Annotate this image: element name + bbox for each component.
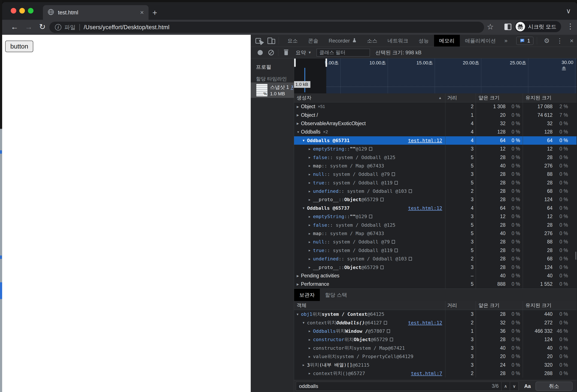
expand-triangle-icon[interactable]: ▶ xyxy=(297,105,301,108)
table-row[interactable]: ▶__proto__ :: Object @657293280 %1240 % xyxy=(294,195,577,204)
range-handle-left[interactable] xyxy=(294,58,296,67)
collapse-triangle-icon[interactable]: ▼ xyxy=(303,139,307,142)
view-select[interactable]: 요약 ▼ xyxy=(296,49,312,56)
expand-triangle-icon[interactable]: ▶ xyxy=(309,266,313,269)
expand-triangle-icon[interactable]: ▶ xyxy=(309,346,313,350)
expand-triangle-icon[interactable]: ▶ xyxy=(309,190,313,193)
tab-application[interactable]: 애플리케이션 xyxy=(460,35,501,47)
expand-triangle-icon[interactable]: ▶ xyxy=(309,147,313,151)
expand-triangle-icon[interactable]: ▶ xyxy=(309,198,313,201)
table-row[interactable]: ▶null :: system / Oddball @793280 %880 % xyxy=(294,238,577,246)
tab-console[interactable]: 콘솔 xyxy=(303,35,324,47)
table-row[interactable]: ▶true :: system / Oddball @1195280 %280 … xyxy=(294,246,577,255)
table-row[interactable]: ▼Oddballs×241280 %1280 % xyxy=(294,128,577,136)
tab-close-icon[interactable]: × xyxy=(140,9,144,16)
expand-triangle-icon[interactable]: ▶ xyxy=(309,164,313,167)
devtools-menu-icon[interactable]: ⋮ xyxy=(553,37,566,44)
back-button[interactable]: ← xyxy=(11,22,18,31)
tab-memory[interactable]: 메모리 xyxy=(434,35,460,47)
range-handle-right[interactable] xyxy=(325,58,327,67)
side-panel-icon[interactable] xyxy=(505,24,511,30)
table-row[interactable]: ▶3 위치 (내부 배열)[] @621153240 %3200 % xyxy=(294,361,577,369)
column-distance[interactable]: 거리 xyxy=(445,301,476,310)
close-window-button[interactable] xyxy=(11,8,16,13)
expand-triangle-icon[interactable]: ▶ xyxy=(309,215,313,218)
table-row[interactable]: ▶Oddballs 위치 Window / @578071360 %466 33… xyxy=(294,327,577,335)
tab-recorder[interactable]: Recorder xyxy=(324,35,362,47)
site-info-icon[interactable]: i xyxy=(55,24,61,31)
table-row[interactable]: ▶null :: system / Oddball @793280 %880 % xyxy=(294,170,577,178)
tab-performance[interactable]: 성능 xyxy=(413,35,434,47)
column-shallow-size[interactable]: 얕은 크기 xyxy=(476,93,523,102)
issues-badge[interactable]: 1 xyxy=(516,37,533,45)
expand-triangle-icon[interactable]: ▶ xyxy=(297,274,301,278)
collapse-triangle-icon[interactable]: ▼ xyxy=(297,130,301,134)
record-heap-icon[interactable] xyxy=(258,50,263,55)
source-link[interactable]: test.html:12 xyxy=(408,320,445,325)
source-link[interactable]: test.html:7 xyxy=(411,371,445,376)
search-previous-icon[interactable]: ∧ xyxy=(501,382,510,391)
more-tabs-icon[interactable]: » xyxy=(501,35,511,47)
table-row[interactable]: ▶value 위치 system / PropertyCell @6412932… xyxy=(294,352,577,361)
snapshot-save-link[interactable]: 저장 xyxy=(291,84,293,90)
snapshot-list-item[interactable]: 스냅샷 1저장 1.0 MB xyxy=(251,82,294,98)
expand-triangle-icon[interactable]: ▶ xyxy=(297,283,301,286)
table-row[interactable]: ▶constructor 위치 system / Map @674213400 … xyxy=(294,344,577,352)
expand-triangle-icon[interactable]: ▶ xyxy=(309,181,313,184)
table-row[interactable]: ▶constructor 위치 Object @657293280 %1240 … xyxy=(294,335,577,344)
table-row[interactable]: ▼Oddballs @65737test.html:124640 %640 % xyxy=(294,204,577,212)
browser-menu-icon[interactable]: ⋮ xyxy=(567,22,574,31)
close-devtools-icon[interactable]: × xyxy=(566,37,577,44)
tab-sources[interactable]: 소스 xyxy=(362,35,383,47)
table-row[interactable]: ▶__proto__ :: Object @657293280 %1240 % xyxy=(294,263,577,271)
column-retained-size[interactable]: 유지된 크기 xyxy=(523,301,577,310)
column-shallow-size[interactable]: 얕은 크기 xyxy=(476,301,523,310)
table-row[interactable]: ▶map :: system / Map @674335400 %2760 % xyxy=(294,162,577,170)
tab-allocation-stack[interactable]: 할당 스택 xyxy=(320,289,352,301)
source-link[interactable]: test.html:12 xyxy=(408,206,445,211)
browser-tab[interactable]: test.html × xyxy=(43,5,148,20)
table-row[interactable]: ▼Oddballs @65731test.html:124640 %640 % xyxy=(294,136,577,145)
tab-elements[interactable]: 요소 xyxy=(282,35,303,47)
table-row[interactable]: ▶false :: system / Oddball @1255280 %280… xyxy=(294,153,577,161)
clear-profiles-icon[interactable] xyxy=(268,50,274,55)
table-row[interactable]: ▼context 위치 Oddballs() @64127test.html:1… xyxy=(294,318,577,327)
column-object[interactable]: 객체 xyxy=(294,301,445,310)
tab-search-chevron-icon[interactable]: ∨ xyxy=(566,7,571,15)
maximize-window-button[interactable] xyxy=(28,8,34,13)
device-toolbar-icon[interactable] xyxy=(267,37,275,44)
table-row[interactable]: ▶true :: system / Oddball @1195280 %280 … xyxy=(294,178,577,187)
column-constructor[interactable]: 생성자 ▲ xyxy=(294,93,445,102)
table-row[interactable]: ▶context 위치 () @65727test.html:72280 %28… xyxy=(294,369,577,378)
expand-triangle-icon[interactable]: ▶ xyxy=(309,173,313,176)
table-row[interactable]: ▶undefined :: system / Oddball @1032280 … xyxy=(294,255,577,263)
table-row[interactable]: ▼obj1 위치 system / Context @641253280 %44… xyxy=(294,310,577,318)
bookmark-star-icon[interactable]: ☆ xyxy=(487,22,494,31)
allocation-timeline[interactable]: 5.00초10.00초15.00초20.00초25.00초30.00초 1.0 … xyxy=(294,58,577,93)
table-row[interactable]: ▶Object×5121 3080 %17 0882 % xyxy=(294,102,577,111)
expand-triangle-icon[interactable]: ▶ xyxy=(303,363,307,367)
search-cancel-button[interactable]: 취소 xyxy=(536,382,573,391)
match-case-toggle[interactable]: Aa xyxy=(524,383,531,389)
table-row[interactable]: ▶false :: system / Oddball @1255280 %280… xyxy=(294,221,577,229)
table-row[interactable]: ▶map :: system / Map @674335400 %2760 % xyxy=(294,229,577,238)
url-bar[interactable]: i 파일 /Users/yceffort/Desktop/test.html xyxy=(49,22,484,33)
table-row[interactable]: ▶ObservableArrayExoticObject4320 %320 % xyxy=(294,119,577,128)
table-row[interactable]: ▶emptyString :: "" @1293120 %120 % xyxy=(294,145,577,153)
collapse-triangle-icon[interactable]: ▼ xyxy=(303,321,307,324)
source-link[interactable]: test.html:12 xyxy=(408,138,445,143)
expand-triangle-icon[interactable]: ▶ xyxy=(309,240,313,244)
delete-profile-icon[interactable] xyxy=(284,50,289,56)
collapse-triangle-icon[interactable]: ▼ xyxy=(297,313,301,316)
page-button[interactable]: button xyxy=(5,40,33,52)
settings-gear-icon[interactable]: ⚙ xyxy=(541,37,553,44)
table-row[interactable]: ▶Performance58880 %1 5520 % xyxy=(294,280,577,288)
expand-triangle-icon[interactable]: ▶ xyxy=(309,223,313,227)
minimize-window-button[interactable] xyxy=(19,8,25,13)
expand-triangle-icon[interactable]: ▶ xyxy=(309,372,313,375)
expand-triangle-icon[interactable]: ▶ xyxy=(309,355,313,358)
inspect-element-icon[interactable] xyxy=(255,37,263,44)
search-next-icon[interactable]: ∨ xyxy=(510,382,518,391)
expand-triangle-icon[interactable]: ▶ xyxy=(309,249,313,252)
search-input[interactable] xyxy=(296,383,492,389)
